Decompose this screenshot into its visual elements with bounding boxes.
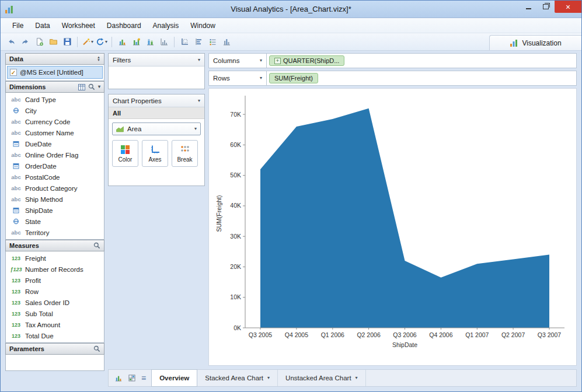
axes-icon — [150, 145, 160, 155]
chevron-down-icon[interactable]: ▾ — [260, 76, 262, 80]
data-source-checkbox[interactable]: ✓ — [10, 69, 17, 76]
color-button[interactable]: Color — [112, 140, 138, 167]
columns-pill[interactable]: +QUARTER(ShipD... — [269, 55, 344, 66]
minimize-button[interactable] — [520, 1, 537, 13]
sheet-tab-unstacked-area-chart[interactable]: Unstacked Area Chart▾ — [278, 370, 366, 386]
menu-dashboard[interactable]: Dashboard — [101, 19, 147, 32]
measure-row[interactable]: 123Row — [6, 286, 104, 297]
dimension-shipdate[interactable]: ShipDate — [6, 205, 104, 216]
dimensions-section-header[interactable]: Dimensions ▾ — [5, 81, 104, 93]
dimension-duedate[interactable]: DueDate — [6, 138, 104, 149]
rows-pill[interactable]: SUM(Freight) — [269, 73, 318, 83]
layout-button-1[interactable] — [177, 35, 191, 49]
chevron-down-icon[interactable]: ▾ — [260, 58, 262, 63]
measure-total-due[interactable]: 123Total Due — [6, 330, 104, 341]
menu-file[interactable]: File — [6, 19, 29, 32]
collapse-expand-icon[interactable]: ▲▼ — [97, 56, 100, 62]
dimension-ship-method[interactable]: abcShip Method — [6, 194, 104, 205]
open-button[interactable] — [46, 35, 60, 49]
field-label: Number of Records — [25, 266, 83, 273]
chevron-down-icon[interactable]: ▾ — [98, 85, 100, 89]
add-chart-button-2[interactable] — [129, 35, 143, 49]
layout-button-4[interactable] — [219, 35, 234, 49]
dimension-online-order-flag[interactable]: abcOnline Order Flag — [6, 149, 104, 160]
search-icon[interactable] — [88, 83, 95, 90]
prop-button-label: Color — [119, 156, 133, 163]
sheet-tab-stacked-area-chart[interactable]: Stacked Area Chart▾ — [197, 370, 278, 386]
filters-header[interactable]: Filters ▾ — [109, 54, 204, 66]
dimension-city[interactable]: City — [6, 105, 104, 116]
pill-label: SUM(Freight) — [274, 75, 313, 82]
menu-window[interactable]: Window — [184, 19, 221, 32]
measures-section-header[interactable]: Measures — [5, 240, 104, 251]
expand-field-icon[interactable]: + — [274, 58, 281, 64]
new-worksheet-button[interactable] — [32, 35, 46, 49]
measure-profit[interactable]: 123Profit — [6, 275, 104, 286]
menu-worksheet[interactable]: Worksheet — [56, 19, 101, 32]
svg-text:0K: 0K — [234, 324, 241, 331]
axes-button[interactable]: Axes — [142, 140, 168, 167]
dimension-product-category[interactable]: abcProduct Category — [6, 183, 104, 194]
layout-button-3[interactable] — [205, 35, 219, 49]
refresh-icon — [96, 37, 104, 46]
rows-label-text: Rows — [213, 75, 230, 82]
undo-button[interactable] — [4, 35, 18, 49]
close-button[interactable]: × — [555, 1, 581, 13]
dimension-orderdate[interactable]: OrderDate — [6, 160, 104, 172]
text-type-icon: abc — [10, 96, 22, 103]
save-button[interactable] — [60, 35, 74, 49]
data-source-item[interactable]: ✓ @MS Excel [Untitled] — [7, 66, 103, 79]
sheet-tab-overview[interactable]: Overview — [151, 369, 197, 387]
refresh-button[interactable]: ▾ — [95, 35, 109, 49]
add-chart-button-3[interactable] — [143, 35, 157, 49]
add-chart-button-1[interactable] — [115, 35, 129, 49]
text-type-icon: abc — [10, 118, 22, 125]
chart-canvas[interactable]: 0K10K20K30K40K50K60K70KQ3 2005Q4 2005Q1 … — [208, 88, 577, 366]
search-icon[interactable] — [93, 242, 100, 249]
dimension-card-type[interactable]: abcCard Type — [6, 94, 104, 105]
columns-shelf-label[interactable]: Columns ▾ — [208, 53, 267, 68]
search-icon[interactable] — [93, 345, 100, 352]
dimension-customer-name[interactable]: abcCustomer Name — [6, 127, 104, 138]
chevron-down-icon[interactable]: ▾ — [267, 376, 270, 380]
dimension-state[interactable]: State — [6, 216, 104, 227]
visualization-button[interactable]: Visualization — [489, 35, 581, 50]
sheet-list-icon[interactable]: ≡ — [141, 373, 146, 383]
measure-freight[interactable]: 123Freight — [6, 253, 104, 264]
menu-data[interactable]: Data — [29, 19, 55, 32]
measure-number-of-records[interactable]: ƒ123Number of Records — [6, 264, 104, 275]
chevron-down-icon[interactable]: ▾ — [356, 376, 358, 380]
dimension-territory[interactable]: abcTerritory — [6, 227, 104, 238]
restore-button[interactable] — [537, 1, 555, 13]
rows-shelf-label[interactable]: Rows ▾ — [208, 71, 267, 86]
add-chart-button-4[interactable] — [157, 35, 171, 49]
chevron-down-icon[interactable]: ▾ — [198, 99, 200, 103]
chevron-down-icon[interactable]: ▾ — [198, 58, 200, 62]
toolbar: ▾ ▾ Visualization — [1, 33, 581, 51]
dimension-postalcode[interactable]: abcPostalCode — [6, 172, 104, 183]
break-button[interactable]: Break — [172, 140, 198, 167]
measure-sub-total[interactable]: 123Sub Total — [6, 308, 104, 319]
new-dashboard-icon[interactable] — [128, 374, 136, 382]
new-worksheet-icon[interactable] — [114, 374, 123, 382]
table-view-icon[interactable] — [78, 84, 85, 90]
layout-button-2[interactable] — [191, 35, 205, 49]
quick-format-button[interactable]: ▾ — [81, 35, 95, 49]
dimension-currency-code[interactable]: abcCurrency Code — [6, 116, 104, 127]
chart-properties-header[interactable]: Chart Properties ▾ — [109, 94, 204, 107]
rows-shelf[interactable]: SUM(Freight) — [267, 71, 577, 86]
measure-sales-order-id[interactable]: 123Sales Order ID — [6, 297, 104, 308]
field-label: Sales Order ID — [25, 299, 69, 306]
parameters-section-header[interactable]: Parameters — [5, 343, 104, 355]
filters-panel: Filters ▾ — [108, 53, 205, 89]
menu-analysis[interactable]: Analysis — [147, 19, 185, 32]
chart-type-select[interactable]: Area ▾ — [112, 123, 201, 135]
sheet-tab-bar: ≡ OverviewStacked Area Chart▾Unstacked A… — [108, 369, 577, 387]
data-section-header[interactable]: Data ▲▼ — [5, 53, 104, 65]
dimensions-header-label: Dimensions — [9, 83, 46, 90]
measure-tax-amount[interactable]: 123Tax Amount — [6, 319, 104, 330]
redo-button[interactable] — [18, 35, 32, 49]
sheet-tab-tools: ≡ — [109, 370, 152, 386]
columns-shelf[interactable]: +QUARTER(ShipD... — [267, 53, 577, 68]
chart-properties-header-label: Chart Properties — [113, 97, 162, 104]
